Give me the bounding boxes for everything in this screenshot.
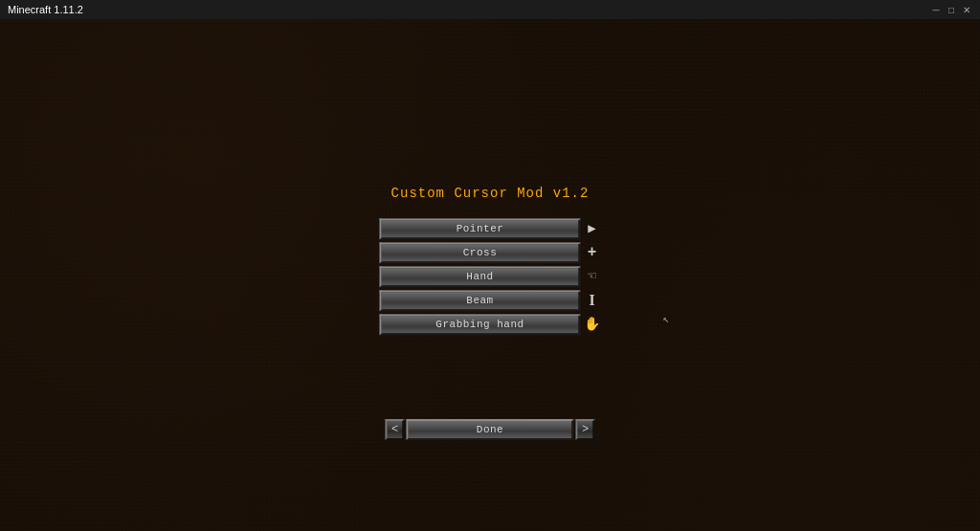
beam-button[interactable]: Beam [380, 290, 581, 311]
pointer-cursor-icon: ▶ [584, 218, 601, 239]
titlebar: Minecraft 1.11.2 ─ □ ✕ [0, 0, 980, 19]
titlebar-controls: ─ □ ✕ [930, 4, 972, 15]
pointer-button[interactable]: Pointer [380, 218, 581, 239]
cross-button[interactable]: Cross [380, 242, 581, 263]
cursor-row-beam: Beam I [380, 290, 601, 311]
cursor-row-hand: Hand ☜ [380, 266, 601, 287]
bottom-panel: < Done > [386, 419, 595, 440]
close-button[interactable]: ✕ [961, 4, 972, 15]
hand-cursor-icon: ☜ [584, 266, 601, 287]
beam-cursor-icon: I [584, 290, 601, 311]
cursor-row-pointer: Pointer ▶ [380, 218, 601, 239]
grabbing-hand-cursor-icon: ✋ [584, 314, 601, 335]
titlebar-title: Minecraft 1.11.2 [8, 4, 83, 15]
cursor-row-cross: Cross + [380, 242, 601, 263]
mod-title: Custom Cursor Mod v1.2 [391, 186, 590, 201]
cursor-row-grabbing-hand: Grabbing hand ✋ [380, 314, 601, 335]
grabbing-hand-button[interactable]: Grabbing hand [380, 314, 581, 335]
cross-cursor-icon: + [584, 242, 601, 263]
cursor-position-indicator: ↖ [662, 313, 669, 325]
done-button[interactable]: Done [407, 419, 574, 440]
center-panel: Custom Cursor Mod v1.2 Pointer ▶ Cross +… [380, 186, 601, 335]
hand-button[interactable]: Hand [380, 266, 581, 287]
next-arrow-button[interactable]: > [576, 419, 595, 440]
cursor-list: Pointer ▶ Cross + Hand ☜ B [380, 218, 601, 335]
main-content: Custom Cursor Mod v1.2 Pointer ▶ Cross +… [0, 19, 980, 531]
minimize-button[interactable]: ─ [930, 4, 942, 15]
prev-arrow-button[interactable]: < [386, 419, 405, 440]
maximize-button[interactable]: □ [946, 4, 957, 15]
